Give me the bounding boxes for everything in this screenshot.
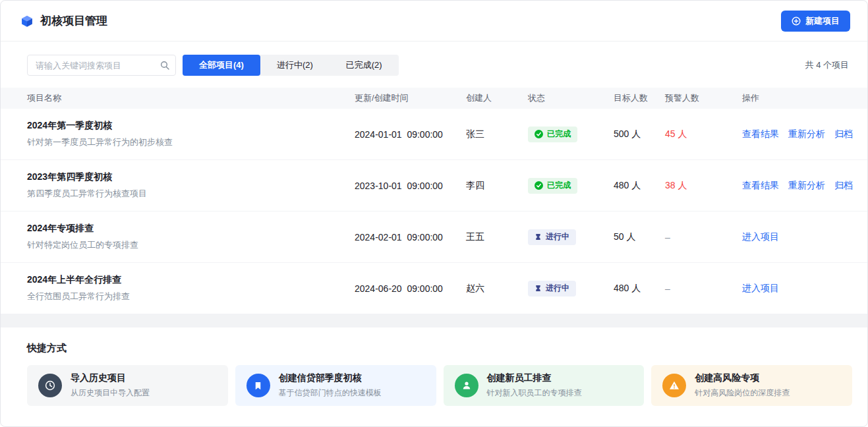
tab-completed[interactable]: 已完成(2)	[330, 55, 399, 76]
check-circle-icon	[535, 130, 543, 138]
filter-tabs: 全部项目(4) 进行中(2) 已完成(2)	[183, 55, 399, 76]
shortcut-title: 导入历史项目	[71, 372, 150, 384]
project-name: 2024年专项排查	[27, 223, 355, 235]
total-count-text: 共 4 个项目	[805, 59, 849, 71]
hourglass-icon	[535, 285, 542, 292]
status-cell: 进行中	[528, 281, 614, 297]
warning-triangle-icon	[662, 374, 686, 397]
shortcut-title: 创建信贷部季度初核	[279, 372, 382, 384]
user-icon	[455, 374, 478, 397]
status-cell: 已完成	[528, 127, 614, 142]
page-title-group: 初核项目管理	[20, 13, 107, 28]
search-box	[27, 55, 176, 76]
project-time: 2024-06-20 09:00:00	[355, 283, 466, 294]
shortcut-text: 创建新员工排查 针对新入职员工的专项排查	[487, 372, 582, 399]
table-row: 2024年第一季度初核 针对第一季度员工异常行为的初步核查 2024-01-01…	[1, 109, 867, 160]
status-cell: 进行中	[528, 229, 614, 245]
status-label: 进行中	[546, 231, 569, 242]
new-project-button[interactable]: 新建项目	[781, 11, 850, 32]
project-creator: 李四	[466, 180, 528, 192]
shortcut-description: 针对新入职员工的专项排查	[487, 387, 582, 399]
shortcuts-section: 快捷方式 导入历史项目 从历史项目中导入配置 创建信贷部季度初核 基于信贷部门特…	[1, 327, 867, 406]
table-body: 2024年第一季度初核 针对第一季度员工异常行为的初步核查 2024-01-01…	[1, 109, 867, 314]
table-row: 2024年专项排查 针对特定岗位员工的专项排查 2024-02-01 09:00…	[1, 212, 867, 263]
bookmark-icon	[246, 374, 270, 397]
new-project-button-label: 新建项目	[805, 15, 840, 27]
page-header: 初核项目管理 新建项目	[1, 1, 867, 42]
enter-project-link[interactable]: 进入项目	[742, 231, 779, 243]
project-time: 2023-10-01 09:00:00	[355, 181, 466, 191]
tab-in-progress[interactable]: 进行中(2)	[260, 55, 330, 76]
project-time: 2024-02-01 09:00:00	[355, 232, 466, 242]
project-description: 针对特定岗位员工的专项排查	[27, 239, 355, 251]
reanalyze-link[interactable]: 重新分析	[788, 180, 825, 192]
status-cell: 已完成	[528, 178, 614, 194]
target-count: 50 人	[614, 231, 665, 243]
status-badge-done: 已完成	[528, 127, 577, 142]
column-header-time: 更新/创建时间	[355, 92, 466, 104]
project-description: 第四季度员工异常行为核查项目	[27, 188, 355, 200]
column-header-warning: 预警人数	[665, 92, 742, 104]
actions-cell: 查看结果 重新分析 归档	[742, 180, 853, 192]
shortcut-import-history[interactable]: 导入历史项目 从历史项目中导入配置	[27, 365, 228, 406]
status-badge-done: 已完成	[528, 178, 577, 194]
view-results-link[interactable]: 查看结果	[742, 180, 779, 192]
project-description: 全行范围员工异常行为排查	[27, 291, 355, 302]
project-name-cell: 2024年上半年全行排查 全行范围员工异常行为排查	[27, 274, 355, 302]
table-header: 项目名称 更新/创建时间 创建人 状态 目标人数 预警人数 操作	[1, 88, 867, 109]
project-name: 2023年第四季度初核	[27, 171, 355, 183]
actions-cell: 进入项目	[742, 283, 850, 295]
enter-project-link[interactable]: 进入项目	[742, 283, 779, 295]
section-divider	[1, 314, 867, 327]
shortcuts-title: 快捷方式	[27, 342, 852, 355]
column-header-status: 状态	[528, 92, 614, 104]
shortcut-text: 创建信贷部季度初核 基于信贷部门特点的快速模板	[279, 372, 382, 399]
page-title: 初核项目管理	[40, 13, 107, 28]
clock-icon	[38, 374, 62, 397]
hourglass-icon	[535, 233, 542, 241]
shortcut-credit-dept-review[interactable]: 创建信贷部季度初核 基于信贷部门特点的快速模板	[235, 365, 436, 406]
search-icon[interactable]	[160, 61, 169, 70]
shortcut-cards: 导入历史项目 从历史项目中导入配置 创建信贷部季度初核 基于信贷部门特点的快速模…	[27, 365, 852, 406]
status-label: 已完成	[547, 128, 571, 140]
tab-all-projects[interactable]: 全部项目(4)	[183, 55, 260, 76]
status-label: 进行中	[546, 283, 569, 294]
shortcut-high-risk-special[interactable]: 创建高风险专项 针对高风险岗位的深度排查	[651, 365, 852, 406]
target-count: 480 人	[614, 283, 665, 295]
shortcut-text: 创建高风险专项 针对高风险岗位的深度排查	[695, 372, 790, 399]
status-label: 已完成	[547, 180, 571, 191]
status-badge-in-progress: 进行中	[528, 229, 576, 245]
preliminary-review-project-management-page: 初核项目管理 新建项目 全部项目(4) 进行中(2)	[0, 0, 868, 427]
toolbar: 全部项目(4) 进行中(2) 已完成(2) 共 4 个项目	[1, 42, 867, 88]
project-name: 2024年第一季度初核	[27, 120, 355, 132]
column-header-name: 项目名称	[27, 92, 355, 104]
view-results-link[interactable]: 查看结果	[742, 128, 779, 140]
target-count: 500 人	[614, 128, 665, 140]
project-name-cell: 2024年第一季度初核 针对第一季度员工异常行为的初步核查	[27, 120, 355, 148]
table-row: 2023年第四季度初核 第四季度员工异常行为核查项目 2023-10-01 09…	[1, 160, 867, 212]
shortcut-title: 创建高风险专项	[695, 372, 790, 384]
archive-link[interactable]: 归档	[834, 180, 853, 192]
project-creator: 王五	[466, 231, 528, 243]
shortcut-description: 从历史项目中导入配置	[71, 387, 150, 399]
actions-cell: 查看结果 重新分析 归档	[742, 128, 853, 140]
search-input[interactable]	[27, 55, 176, 76]
reanalyze-link[interactable]: 重新分析	[788, 128, 825, 140]
target-count: 480 人	[614, 180, 665, 192]
status-badge-in-progress: 进行中	[528, 281, 576, 297]
table-row: 2024年上半年全行排查 全行范围员工异常行为排查 2024-06-20 09:…	[1, 263, 867, 314]
archive-link[interactable]: 归档	[834, 128, 853, 140]
plus-circle-icon	[792, 16, 801, 26]
column-header-creator: 创建人	[466, 92, 528, 104]
column-header-actions: 操作	[742, 92, 850, 104]
project-description: 针对第一季度员工异常行为的初步核查	[27, 136, 355, 148]
warning-count: –	[665, 232, 742, 242]
shortcut-text: 导入历史项目 从历史项目中导入配置	[71, 372, 150, 399]
warning-count: 45 人	[665, 128, 742, 140]
project-name: 2024年上半年全行排查	[27, 274, 355, 286]
warning-count: –	[665, 283, 742, 294]
shortcut-new-employee-screening[interactable]: 创建新员工排查 针对新入职员工的专项排查	[444, 365, 645, 406]
shortcut-description: 针对高风险岗位的深度排查	[695, 387, 790, 399]
app-logo-cube-icon	[20, 14, 34, 28]
shortcut-description: 基于信贷部门特点的快速模板	[279, 387, 382, 399]
